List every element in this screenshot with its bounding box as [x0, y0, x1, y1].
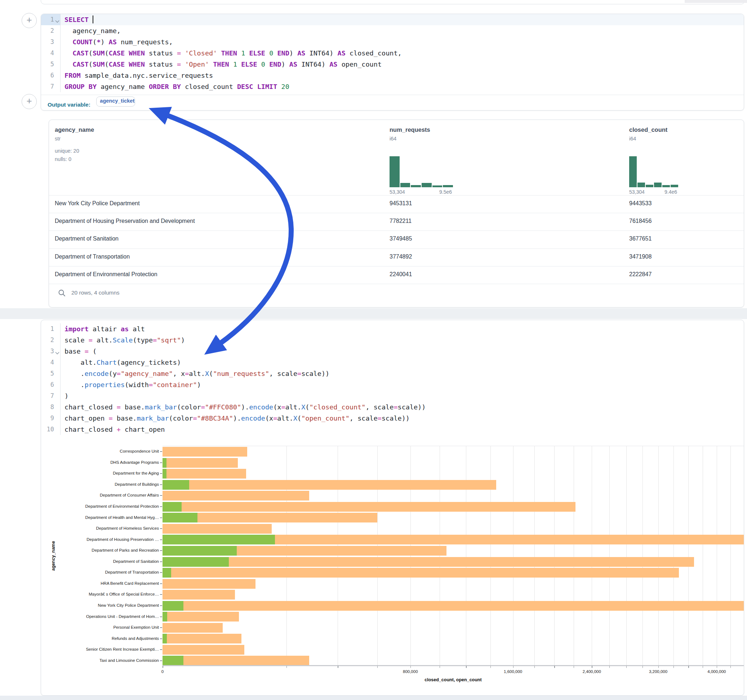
bar-open [163, 557, 229, 567]
python-code-editor[interactable]: 1import altair as alt2scale = alt.Scale(… [41, 323, 744, 435]
x-axis-tick [163, 666, 163, 668]
column-type: i64 [390, 136, 396, 142]
y-axis-tick [160, 528, 162, 529]
column-type: i64 [629, 136, 636, 142]
code-line[interactable]: FROM sample_data.nyc.service_requests [65, 70, 213, 81]
bar-closed [163, 491, 309, 501]
code-line[interactable]: CAST(SUM(CASE WHEN status = 'Open' THEN … [65, 59, 382, 70]
table-row[interactable]: Department of Sanitation37494853677651 [49, 231, 744, 248]
code-line[interactable]: GROUP BY agency_name ORDER BY closed_cou… [65, 81, 289, 92]
bar-closed [163, 480, 496, 490]
table-row[interactable]: Department of Transportation377489234719… [49, 249, 744, 266]
y-axis-label: Department of Transportation [41, 570, 159, 575]
cell-gap-band [0, 308, 747, 319]
gridline [410, 446, 411, 666]
x-axis-tick-label: 800,000 [403, 669, 418, 674]
top-right-strip [685, 0, 747, 3]
collapse-chevron-icon[interactable] [55, 345, 59, 361]
bar-closed [163, 568, 679, 578]
add-cell-button-middle[interactable]: + [22, 94, 37, 109]
output-variable-pill[interactable]: agency_tickets [96, 97, 135, 107]
code-line[interactable]: chart_closed + chart_open [65, 424, 165, 435]
column-header[interactable]: num_requests [390, 127, 430, 133]
gridline [286, 446, 287, 666]
table-row[interactable]: New York City Police Department945313194… [49, 195, 744, 213]
line-number: 6 [41, 379, 54, 390]
y-axis-label: Department of Parks and Recreation [41, 548, 159, 553]
x-axis-tick [658, 666, 659, 668]
y-axis-label: Department of Health and Mental Hyg… [41, 515, 159, 520]
bar-open [163, 546, 237, 556]
table-row[interactable]: Department of Environmental Protection22… [49, 266, 744, 284]
line-number: 3 [41, 36, 54, 48]
y-axis-label: Department of Consumer Affairs [41, 493, 159, 498]
x-axis-tick [377, 666, 378, 668]
histogram-bar [637, 183, 645, 187]
x-axis-tick [673, 666, 674, 668]
y-axis-tick [160, 550, 162, 551]
code-line[interactable]: chart_closed = base.mark_bar(color="#FFC… [65, 401, 426, 413]
code-line[interactable]: .encode(y="agency_name", x=alt.X("num_re… [65, 368, 330, 379]
x-axis-title: closed_count, open_count [163, 677, 744, 682]
gutter-separator [60, 14, 60, 92]
code-line[interactable]: scale = alt.Scale(type="sqrt") [65, 335, 185, 345]
sql-cell[interactable]: 1SELECT 2 agency_name,3 COUNT(*) AS num_… [41, 14, 744, 110]
table-row-count: 20 rows, 4 columns [71, 290, 119, 296]
table-row[interactable]: Department of Housing Preservation and D… [49, 213, 744, 231]
code-line[interactable]: agency_name, [65, 25, 121, 36]
x-axis-tick [410, 666, 411, 668]
gridline [730, 446, 731, 666]
code-line[interactable]: .properties(width="container") [65, 379, 201, 390]
results-table: agency_namestrunique: 20nulls: 0num_requ… [48, 119, 744, 308]
gridline [377, 446, 378, 666]
text-cursor [92, 15, 93, 23]
code-line[interactable]: CAST(SUM(CASE WHEN status = 'Closed' THE… [65, 48, 402, 59]
gridline [554, 446, 555, 666]
bar-closed [163, 502, 576, 512]
y-axis-tick [160, 594, 162, 595]
code-line[interactable]: import altair as alt [65, 323, 145, 335]
column-header[interactable]: agency_name [55, 127, 94, 133]
y-axis-label: Department of Homeless Services [41, 526, 159, 531]
code-line[interactable]: chart_open = base.mark_bar(color="#8BC34… [65, 413, 410, 424]
collapse-chevron-icon[interactable] [55, 14, 59, 29]
gridline [643, 446, 643, 666]
bar-closed [163, 601, 744, 611]
histogram-bar [411, 185, 421, 187]
gridline [703, 446, 703, 666]
table-cell: 9443533 [629, 200, 652, 207]
line-number: 2 [41, 25, 54, 36]
output-variable-label: Output variable: [48, 101, 91, 108]
add-cell-button-top[interactable]: + [22, 13, 37, 28]
table-cell: Department of Housing Preservation and D… [55, 218, 195, 224]
histogram-bar [662, 185, 670, 187]
bar-closed [163, 579, 256, 589]
y-axis-label: Refunds and Adjustments [41, 636, 159, 641]
y-axis-label: Department of Environmental Protection [41, 504, 159, 509]
column-header[interactable]: closed_count [629, 127, 667, 133]
code-line[interactable]: base = ( [65, 345, 97, 357]
row-separator [49, 284, 744, 284]
python-cell[interactable]: 1import altair as alt2scale = alt.Scale(… [41, 320, 744, 695]
x-axis-tick-label: 0 [162, 669, 163, 674]
line-number: 3 [41, 345, 54, 357]
gridline [688, 446, 689, 666]
bar-open [163, 568, 171, 578]
code-line[interactable]: ) [65, 390, 68, 401]
histogram-min-label: 53,304 [629, 189, 645, 195]
code-line[interactable]: alt.Chart(agency_tickets) [65, 357, 181, 368]
column-histogram [390, 156, 453, 187]
table-cell: 9453131 [390, 200, 412, 207]
bar-open [163, 656, 183, 665]
code-line[interactable]: SELECT [65, 14, 93, 25]
x-axis-tick-label: 3,200,000 [649, 669, 667, 674]
bar-closed [163, 524, 272, 534]
sql-code-editor[interactable]: 1SELECT 2 agency_name,3 COUNT(*) AS num_… [41, 14, 744, 92]
x-axis-tick [609, 666, 610, 668]
search-icon[interactable] [58, 289, 66, 297]
code-line[interactable]: COUNT(*) AS num_requests, [65, 36, 173, 48]
x-axis-tick [574, 666, 575, 668]
y-axis-label: Department of Housing Preservation … [41, 537, 159, 542]
histogram-bar [432, 186, 443, 187]
line-number: 9 [41, 413, 54, 424]
